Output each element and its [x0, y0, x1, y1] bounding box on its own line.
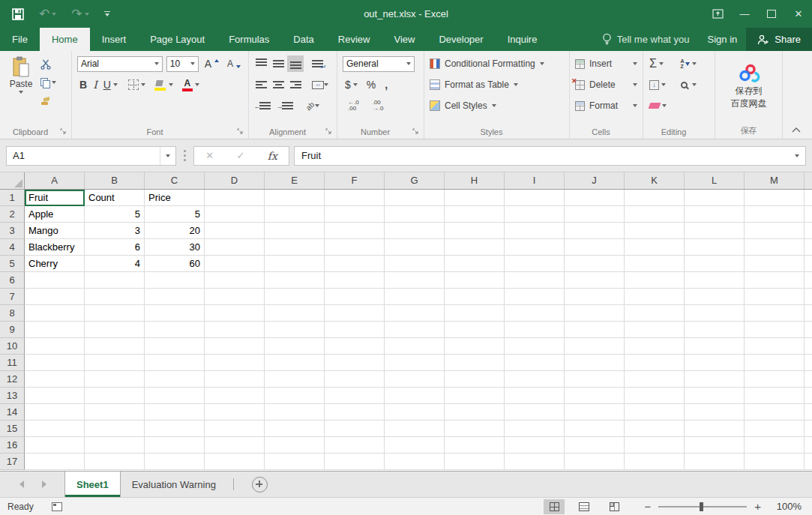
cell-D13[interactable] [205, 388, 265, 404]
cell-G10[interactable] [385, 338, 445, 355]
page-break-view-button[interactable] [604, 499, 625, 514]
cell-J13[interactable] [565, 388, 625, 404]
save-to-baidu-button[interactable]: 保存到 百度网盘 [715, 53, 782, 119]
align-right-button[interactable] [287, 76, 304, 93]
cell-A9[interactable] [25, 322, 85, 338]
dialog-launcher-icon[interactable] [60, 128, 67, 136]
chevron-down-icon[interactable] [662, 104, 667, 107]
cell-partial-10[interactable] [805, 338, 812, 355]
cell-A12[interactable] [25, 371, 85, 388]
cell-L3[interactable] [685, 223, 745, 239]
cell-E10[interactable] [265, 338, 325, 355]
cell-C15[interactable] [145, 421, 205, 437]
cell-F1[interactable] [325, 190, 385, 206]
cell-partial-5[interactable] [805, 256, 812, 272]
row-header-10[interactable]: 10 [0, 338, 25, 355]
chevron-down-icon[interactable] [141, 83, 145, 86]
format-cells-button[interactable]: Format [570, 95, 643, 116]
cell-G7[interactable] [385, 289, 445, 305]
tell-me-box[interactable]: Tell me what you [593, 28, 699, 51]
col-header-G[interactable]: G [385, 172, 445, 189]
increase-font-size-button[interactable]: A [202, 55, 221, 72]
cell-L5[interactable] [685, 256, 745, 272]
copy-button[interactable] [40, 75, 56, 90]
cell-D11[interactable] [205, 355, 265, 371]
col-header-partial[interactable] [805, 172, 812, 189]
cell-L16[interactable] [685, 437, 745, 454]
col-header-H[interactable]: H [445, 172, 505, 189]
share-button[interactable]: Share [746, 28, 812, 51]
borders-button[interactable] [126, 76, 148, 93]
tab-inquire[interactable]: Inquire [496, 28, 550, 51]
cell-F2[interactable] [325, 206, 385, 223]
col-header-M[interactable]: M [745, 172, 805, 189]
cell-F6[interactable] [325, 272, 385, 289]
cell-L7[interactable] [685, 289, 745, 305]
cell-A11[interactable] [25, 355, 85, 371]
zoom-slider[interactable] [658, 506, 747, 508]
cell-partial-12[interactable] [805, 371, 812, 388]
cell-J9[interactable] [565, 322, 625, 338]
chevron-down-icon[interactable] [154, 62, 159, 65]
cell-partial-4[interactable] [805, 239, 812, 256]
expand-formula-bar[interactable] [789, 154, 805, 157]
autosum-button[interactable]: Σ [649, 58, 678, 70]
cell-J11[interactable] [565, 355, 625, 371]
cell-J15[interactable] [565, 421, 625, 437]
tab-formulas[interactable]: Formulas [217, 28, 281, 51]
cell-I12[interactable] [505, 371, 565, 388]
row-header-7[interactable]: 7 [0, 289, 25, 305]
cell-K10[interactable] [625, 338, 685, 355]
cell-B13[interactable] [85, 388, 145, 404]
italic-button[interactable]: I [91, 76, 100, 93]
cell-D4[interactable] [205, 239, 265, 256]
new-sheet-icon[interactable] [252, 477, 268, 493]
font-name-combo[interactable]: Arial [77, 56, 163, 72]
ribbon-display-options-icon[interactable] [704, 0, 731, 28]
cell-H4[interactable] [445, 239, 505, 256]
chevron-down-icon[interactable] [692, 62, 697, 65]
name-box-dropdown[interactable] [160, 147, 175, 165]
cell-E17[interactable] [265, 454, 325, 470]
cell-C4[interactable]: 30 [145, 239, 205, 256]
row-header-8[interactable]: 8 [0, 305, 25, 322]
col-header-L[interactable]: L [685, 172, 745, 189]
cell-H10[interactable] [445, 338, 505, 355]
chevron-down-icon[interactable] [85, 13, 89, 16]
row-header-11[interactable]: 11 [0, 355, 25, 371]
normal-view-button[interactable] [544, 499, 565, 514]
cell-A7[interactable] [25, 289, 85, 305]
cell-E4[interactable] [265, 239, 325, 256]
cell-K14[interactable] [625, 404, 685, 421]
previous-sheet-icon[interactable] [19, 481, 24, 488]
tab-insert[interactable]: Insert [90, 28, 139, 51]
redo-button[interactable]: ↷ [71, 7, 88, 20]
cell-E11[interactable] [265, 355, 325, 371]
zoom-out-button[interactable]: − [644, 500, 651, 513]
cell-D7[interactable] [205, 289, 265, 305]
delete-cells-button[interactable]: Delete [570, 74, 643, 95]
cell-F17[interactable] [325, 454, 385, 470]
fill-color-button[interactable] [152, 76, 175, 93]
name-box[interactable]: A1 [6, 146, 176, 166]
cell-partial-14[interactable] [805, 404, 812, 421]
cell-I13[interactable] [505, 388, 565, 404]
cell-K8[interactable] [625, 305, 685, 322]
cell-I6[interactable] [505, 272, 565, 289]
cell-I1[interactable] [505, 190, 565, 206]
dialog-launcher-icon[interactable] [412, 128, 420, 136]
cell-G14[interactable] [385, 404, 445, 421]
accounting-format-button[interactable]: $ [345, 79, 358, 91]
cell-K13[interactable] [625, 388, 685, 404]
col-header-K[interactable]: K [625, 172, 685, 189]
cell-F5[interactable] [325, 256, 385, 272]
cell-I5[interactable] [505, 256, 565, 272]
cell-H9[interactable] [445, 322, 505, 338]
cell-E15[interactable] [265, 421, 325, 437]
cell-M8[interactable] [745, 305, 805, 322]
cell-E16[interactable] [265, 437, 325, 454]
cell-A14[interactable] [25, 404, 85, 421]
cell-C3[interactable]: 20 [145, 223, 205, 239]
cell-D10[interactable] [205, 338, 265, 355]
row-header-3[interactable]: 3 [0, 223, 25, 239]
